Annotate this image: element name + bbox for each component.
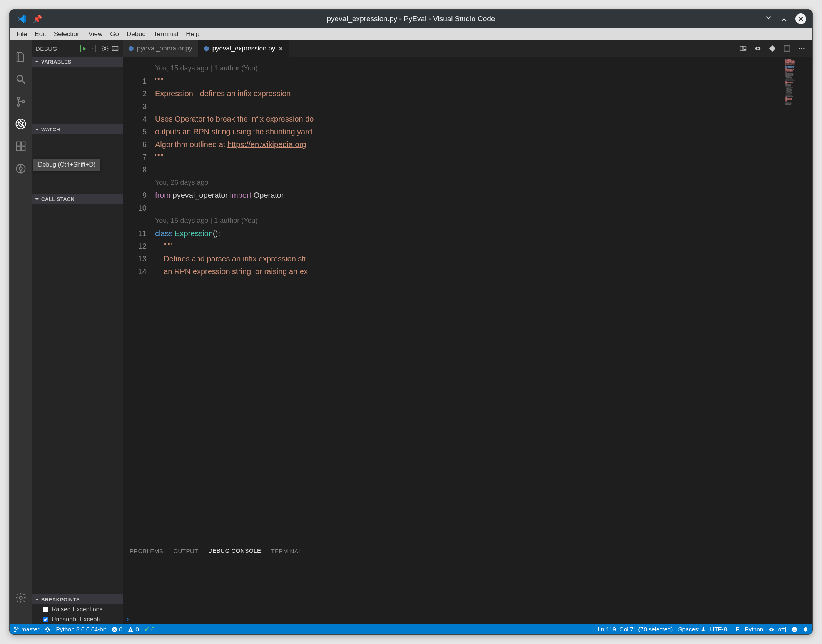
gear-icon[interactable] — [101, 45, 109, 52]
debug-config-dropdown[interactable] — [90, 45, 96, 52]
eye-icon[interactable] — [754, 45, 762, 52]
vscode-logo-icon — [17, 14, 27, 23]
sidebar: DEBUG VARIABLES WATCH CALL STACK BREAKPO… — [32, 40, 123, 624]
minimap[interactable]: ███ ██████████████ ████████ ██████ █████… — [783, 57, 812, 544]
svg-point-30 — [795, 629, 796, 629]
maximize-icon[interactable] — [780, 15, 788, 23]
callstack-panel-header[interactable]: CALL STACK — [32, 194, 123, 204]
status-spaces[interactable]: Spaces: 4 — [678, 626, 705, 633]
variables-panel-header[interactable]: VARIABLES — [32, 57, 123, 67]
status-eol[interactable]: LF — [732, 626, 739, 633]
status-python[interactable]: Python 3.6.6 64-bit — [56, 626, 106, 633]
window-controls — [765, 13, 806, 24]
activity-search[interactable] — [10, 68, 32, 90]
titlebar: 📌 pyeval_expression.py - PyEval - Visual… — [10, 10, 812, 28]
console-prompt: › — [127, 615, 132, 623]
svg-point-17 — [744, 49, 745, 50]
menu-terminal[interactable]: Terminal — [150, 29, 182, 40]
sidebar-header: DEBUG — [32, 40, 123, 57]
menu-debug[interactable]: Debug — [123, 29, 150, 40]
status-position[interactable]: Ln 119, Col 71 (70 selected) — [598, 626, 673, 633]
svg-point-12 — [19, 596, 22, 599]
debug-console-icon[interactable] — [111, 45, 119, 52]
diamond-icon[interactable] — [769, 45, 776, 52]
panel-tabs: PROBLEMS OUTPUT DEBUG CONSOLE TERMINAL — [123, 544, 812, 558]
svg-rect-7 — [17, 147, 20, 151]
status-tests[interactable]: ✓ 6 — [144, 626, 155, 633]
menu-edit[interactable]: Edit — [31, 29, 50, 40]
activity-settings[interactable] — [10, 587, 32, 609]
svg-point-24 — [14, 627, 15, 628]
menu-selection[interactable]: Selection — [50, 29, 85, 40]
svg-point-28 — [792, 627, 797, 632]
debug-console-input[interactable] — [132, 614, 809, 623]
bottom-panel: PROBLEMS OUTPUT DEBUG CONSOLE TERMINAL › — [123, 544, 812, 624]
svg-point-11 — [19, 167, 22, 170]
svg-point-20 — [801, 48, 802, 49]
gutter: 1234567891011121314 — [123, 57, 154, 544]
close-icon[interactable]: ✕ — [278, 45, 283, 52]
svg-point-29 — [793, 629, 794, 629]
breakpoint-uncaught-checkbox[interactable] — [43, 617, 48, 622]
code-area[interactable]: You, 15 days ago | 1 author (You)"""Expr… — [154, 57, 783, 544]
compare-icon[interactable] — [739, 45, 747, 52]
sidebar-title: DEBUG — [36, 45, 57, 52]
svg-point-19 — [799, 48, 800, 49]
tab-operator-label: pyeval_operator.py — [137, 45, 192, 52]
vscode-window: 📌 pyeval_expression.py - PyEval - Visual… — [9, 9, 813, 635]
status-sync[interactable] — [45, 627, 50, 632]
status-bell[interactable] — [803, 627, 809, 632]
callstack-label: CALL STACK — [41, 196, 75, 202]
status-feedback[interactable] — [792, 627, 797, 632]
panel-tab-terminal[interactable]: TERMINAL — [271, 545, 302, 557]
more-icon[interactable] — [798, 45, 805, 52]
watch-label: WATCH — [41, 127, 60, 132]
minimize-icon[interactable] — [765, 15, 772, 23]
close-button[interactable] — [795, 13, 806, 24]
status-encoding[interactable]: UTF-8 — [710, 626, 727, 633]
breakpoints-label: BREAKPOINTS — [41, 597, 80, 602]
status-branch[interactable]: master — [13, 626, 39, 633]
svg-point-21 — [803, 48, 804, 49]
debug-start-button[interactable] — [80, 45, 88, 52]
svg-rect-6 — [17, 142, 20, 146]
panel-tab-debug-console[interactable]: DEBUG CONSOLE — [208, 544, 261, 557]
tab-operator[interactable]: ⬢pyeval_operator.py — [123, 40, 198, 57]
split-icon[interactable] — [783, 45, 791, 52]
status-live[interactable]: [off] — [769, 626, 786, 633]
activity-gitlens[interactable] — [10, 157, 32, 180]
svg-point-1 — [17, 97, 20, 99]
menu-help[interactable]: Help — [182, 29, 203, 40]
menu-file[interactable]: File — [13, 29, 31, 40]
editor[interactable]: 1234567891011121314 You, 15 days ago | 1… — [123, 57, 812, 544]
status-warnings[interactable]: 0 — [128, 626, 139, 633]
watch-panel-header[interactable]: WATCH — [32, 124, 123, 134]
breakpoint-raised[interactable]: Raised Exceptions — [32, 604, 123, 614]
breakpoint-uncaught[interactable]: Uncaught Excepti… — [32, 614, 123, 624]
svg-point-13 — [104, 48, 106, 50]
tab-expression[interactable]: ⬢pyeval_expression.py✕ — [198, 40, 289, 57]
python-icon: ⬢ — [204, 45, 209, 53]
tab-actions — [732, 40, 812, 57]
pin-icon[interactable]: 📌 — [33, 14, 42, 23]
status-language[interactable]: Python — [745, 626, 763, 633]
editor-tabs: ⬢pyeval_operator.py ⬢pyeval_expression.p… — [123, 40, 812, 57]
menu-go[interactable]: Go — [106, 29, 123, 40]
panel-tab-problems[interactable]: PROBLEMS — [130, 545, 163, 557]
workbench-body: Debug (Ctrl+Shift+D) DEBUG VARIABLES WAT… — [10, 40, 812, 624]
svg-point-3 — [22, 100, 24, 103]
panel-tab-output[interactable]: OUTPUT — [173, 545, 198, 557]
activity-extensions[interactable] — [10, 135, 32, 157]
activity-source-control[interactable] — [10, 90, 32, 113]
svg-rect-8 — [21, 147, 25, 151]
window-title: pyeval_expression.py - PyEval - Visual S… — [327, 15, 495, 23]
breakpoints-panel-header[interactable]: BREAKPOINTS — [32, 594, 123, 604]
activity-explorer[interactable] — [10, 46, 32, 68]
tab-expression-label: pyeval_expression.py — [212, 45, 275, 52]
activity-debug[interactable] — [10, 113, 32, 135]
status-errors[interactable]: 0 — [112, 626, 123, 633]
svg-point-0 — [17, 75, 23, 81]
breakpoint-raised-checkbox[interactable] — [43, 607, 48, 612]
menu-view[interactable]: View — [85, 29, 107, 40]
svg-point-2 — [17, 104, 20, 106]
